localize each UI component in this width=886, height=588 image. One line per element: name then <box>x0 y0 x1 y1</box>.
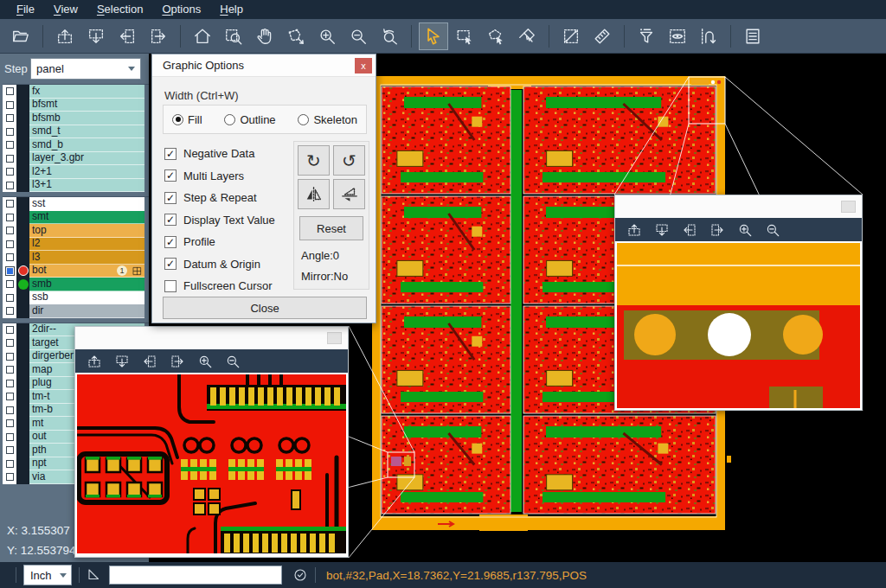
layer-label[interactable]: fx <box>29 85 144 99</box>
checkbox-box[interactable]: ✓ <box>164 236 177 248</box>
layer-row-dir[interactable]: dir <box>3 304 149 318</box>
layer-checkbox[interactable] <box>6 294 14 302</box>
command-input[interactable] <box>109 566 282 585</box>
layer-row-l2+1[interactable]: l2+1 <box>3 165 149 179</box>
radio-dot[interactable] <box>172 114 183 125</box>
zoom-out-button[interactable] <box>343 22 373 50</box>
layer-visibility-cell[interactable] <box>3 165 16 179</box>
move-view-left-button[interactable] <box>677 220 703 240</box>
layer-label[interactable]: smb <box>29 278 144 291</box>
layer-checkbox[interactable] <box>6 339 14 347</box>
layer-checkbox[interactable] <box>6 253 14 261</box>
layer-row-bfsmb[interactable]: bfsmb <box>3 112 149 125</box>
layer-visibility-cell[interactable] <box>3 265 16 278</box>
layer-label[interactable]: bfsmb <box>29 112 144 125</box>
layer-label[interactable]: bot1 <box>29 265 144 278</box>
layer-row-top[interactable]: top <box>3 224 149 238</box>
menu-selection[interactable]: Selection <box>87 0 152 19</box>
layer-visibility-cell[interactable] <box>3 278 16 291</box>
layer-checkbox[interactable] <box>6 227 14 234</box>
layer-visibility-cell[interactable] <box>3 457 16 471</box>
layer-checkbox[interactable] <box>6 393 14 400</box>
reset-button[interactable]: Reset <box>299 216 363 240</box>
layer-row-l2[interactable]: l2 <box>3 238 149 252</box>
menu-file[interactable]: File <box>7 0 44 19</box>
layer-checkbox[interactable] <box>6 168 14 176</box>
polygon-select-button[interactable] <box>481 22 510 50</box>
zoom-in-button[interactable] <box>192 351 218 372</box>
layer-visibility-cell[interactable] <box>3 390 16 404</box>
layer-visibility-cell[interactable] <box>3 404 16 418</box>
layer-checkbox[interactable] <box>6 141 14 149</box>
step-dropdown[interactable]: panel <box>30 58 141 80</box>
layer-visibility-cell[interactable] <box>3 417 16 431</box>
pan-button[interactable] <box>250 22 279 50</box>
layer-visibility-cell[interactable] <box>3 444 16 457</box>
layer-row-smd_b[interactable]: smd_b <box>3 138 149 152</box>
move-view-up-button[interactable] <box>81 351 107 372</box>
layer-label[interactable]: smt <box>29 211 144 225</box>
layer-checkbox[interactable] <box>6 460 14 468</box>
layer-row-smb[interactable]: smb <box>3 278 149 291</box>
angle-mode-icon[interactable] <box>87 567 102 583</box>
zoom-previous-button[interactable] <box>375 22 404 50</box>
layer-checkbox[interactable] <box>6 307 14 315</box>
zoom-area-button[interactable] <box>219 22 248 50</box>
move-view-down-button[interactable] <box>109 351 135 372</box>
layer-visibility-cell[interactable] <box>3 85 16 99</box>
layer-checkbox[interactable] <box>6 473 14 481</box>
layer-visibility-cell[interactable] <box>3 112 16 125</box>
checkbox-profile[interactable]: ✓Profile <box>164 231 275 253</box>
layer-checkbox[interactable] <box>6 240 14 248</box>
move-view-down-button[interactable] <box>649 220 675 240</box>
layer-visibility-cell[interactable] <box>3 304 16 318</box>
radio-skeleton[interactable]: Skeleton <box>298 113 357 126</box>
layer-label[interactable]: dir <box>29 304 144 318</box>
layer-row-ssb[interactable]: ssb <box>3 291 149 305</box>
checkbox-step-repeat[interactable]: ✓Step & Repeat <box>164 187 275 209</box>
layer-visibility-cell[interactable] <box>3 291 16 305</box>
layer-row-layer_3.gbr[interactable]: layer_3.gbr <box>3 152 149 166</box>
layer-row-fx[interactable]: fx <box>3 85 149 99</box>
layer-checkbox[interactable] <box>6 406 14 414</box>
layer-visibility-cell[interactable] <box>3 197 16 211</box>
zoom-polygon-button[interactable] <box>281 22 311 50</box>
layer-row-l3[interactable]: l3 <box>3 251 149 265</box>
layer-checkbox[interactable] <box>6 128 14 136</box>
menu-help[interactable]: Help <box>210 0 253 19</box>
layer-label[interactable]: ssb <box>29 291 144 305</box>
layer-checkbox[interactable] <box>6 200 14 208</box>
clean-tool-button[interactable] <box>512 22 542 50</box>
layer-label[interactable]: l3 <box>29 251 144 265</box>
layer-visibility-cell[interactable] <box>3 323 16 337</box>
layer-label[interactable]: smd_b <box>29 138 144 152</box>
rect-select-button[interactable] <box>450 22 479 50</box>
checkbox-multi-layers[interactable]: ✓Multi Layers <box>164 165 275 188</box>
rotate-cw-button[interactable]: ↻ <box>298 145 330 176</box>
layer-label[interactable]: top <box>29 224 144 238</box>
report-button[interactable] <box>738 22 767 50</box>
radio-fill[interactable]: Fill <box>172 113 202 126</box>
checkbox-box[interactable]: ✓ <box>164 148 177 160</box>
checkbox-box[interactable]: ✓ <box>164 192 177 204</box>
layer-visibility-cell[interactable] <box>3 251 16 265</box>
select-cursor-button[interactable] <box>419 22 448 50</box>
magnifier-close-button[interactable] <box>841 201 856 213</box>
magnifier-window-left[interactable] <box>74 326 349 558</box>
radio-dot[interactable] <box>224 114 235 125</box>
mirror-h-button[interactable] <box>298 179 330 209</box>
layer-checkbox[interactable] <box>6 380 14 387</box>
move-view-up-button[interactable] <box>50 22 80 50</box>
move-view-down-button[interactable] <box>81 22 111 50</box>
checkbox-box[interactable]: ✓ <box>164 258 177 270</box>
layer-label[interactable]: smd_t <box>29 125 144 139</box>
open-file-button[interactable] <box>6 22 35 50</box>
menu-options[interactable]: Options <box>152 0 210 19</box>
layer-visibility-cell[interactable] <box>3 125 16 139</box>
zoom-in-button[interactable] <box>312 22 342 50</box>
zoom-out-button[interactable] <box>760 220 786 240</box>
layer-visibility-cell[interactable] <box>3 238 16 252</box>
move-view-left-button[interactable] <box>112 22 142 50</box>
layer-checkbox[interactable] <box>6 446 14 454</box>
checkbox-box[interactable] <box>164 280 177 292</box>
